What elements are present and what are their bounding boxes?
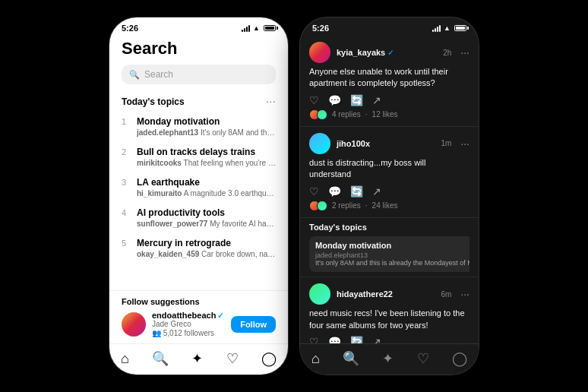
like-icon-3[interactable]: ♡ [309,336,319,343]
repost-icon-2[interactable]: 🔄 [350,185,363,198]
topic-item[interactable]: 5 Mercury in retrograde okay_kaiden_459 … [109,233,288,264]
topic-num: 4 [122,208,129,217]
status-icons-1: ▲ [242,24,276,32]
repost-icon-1[interactable]: 🔄 [350,94,363,106]
nav-compose-1[interactable]: ✦ [191,350,203,367]
comment-icon-1[interactable]: 💬 [328,94,341,106]
post-header-3: hidayathere22 6m ··· [309,283,469,305]
nav-profile-1[interactable]: ◯ [261,350,277,367]
signal-bar-2 [244,28,245,32]
topic-item[interactable]: 1 Monday motivation jaded.elephant13 It'… [109,112,288,142]
post-meta-3: hidayathere22 [337,289,435,299]
nav-profile-2[interactable]: ◯ [452,350,467,367]
mini-avatars-1 [309,109,327,120]
phone-feed: 5:26 ▲ [300,17,479,375]
section-more-icon[interactable]: ··· [266,95,276,109]
topic-desc: okay_kaiden_459 Car broke down, nail bro… [137,249,276,259]
wifi-icon-2: ▲ [444,24,450,32]
post-more-3[interactable]: ··· [460,288,469,300]
bottom-nav-1: ⌂ 🔍 ✦ ♡ ◯ [109,343,288,375]
battery-icon-1 [264,25,276,31]
signal-bar-1 [242,30,243,32]
topic-content: LA earthquake hi_kimuraito A magnitude 3… [137,177,276,198]
mini-avatars-2 [309,201,327,211]
post-stats-2: 2 replies · 24 likes [309,201,469,211]
post-time-3: 6m [441,290,451,299]
post-more-1[interactable]: ··· [460,46,469,58]
post-actions-3: ♡ 💬 🔄 ↗ [309,336,469,343]
post-avatar-1 [309,42,330,63]
post-avatar-2 [309,133,330,154]
topic-card-1[interactable]: Monday motivation jaded.elephant13 It's … [309,236,469,273]
signal-bar-2d [439,25,441,32]
topic-desc: mirikitcooks That feeling when you're ju… [137,158,276,168]
post-item-3: hidayathere22 6m ··· need music recs! I'… [300,277,479,343]
post-avatar-3 [309,283,330,305]
topic-list: 1 Monday motivation jaded.elephant13 It'… [109,112,288,290]
verified-1: ✓ [387,49,394,57]
post-actions-2: ♡ 💬 🔄 ↗ [309,185,469,198]
nav-search-2[interactable]: 🔍 [343,350,359,367]
topic-card-user-1: jaded.elephant13 [315,251,469,259]
mini-avatar-1b [317,109,327,120]
comment-icon-2[interactable]: 💬 [328,185,341,198]
feed-scroll: kyia_kayaks ✓ 2h ··· Anyone else unable … [300,36,479,343]
topic-name: Bull on tracks delays trains [137,147,276,157]
follow-label: Follow suggestions [122,297,276,306]
topic-content: Mercury in retrograde okay_kaiden_459 Ca… [137,238,276,259]
topic-name: AI productivity tools [137,207,276,218]
post-stats-1: 4 replies · 12 likes [309,109,469,120]
post-actions-1: ♡ 💬 🔄 ↗ [309,94,469,106]
topic-item[interactable]: 4 AI productivity tools sunflower_power7… [109,203,288,233]
topic-item[interactable]: 2 Bull on tracks delays trains mirikitco… [109,142,288,172]
section-title: Today's topics [122,96,185,107]
topic-num: 3 [122,178,129,187]
like-icon-2[interactable]: ♡ [309,185,319,198]
follow-card: endoatthebeach ✓ Jade Greco 👥 5,012 foll… [122,311,276,337]
topic-item[interactable]: 3 LA earthquake hi_kimuraito A magnitude… [109,172,288,203]
search-icon: 🔍 [129,70,140,80]
topic-card-name-1: Monday motivation [315,241,469,250]
dot-sep-1: · [365,110,368,119]
follow-button[interactable]: Follow [231,316,276,333]
bottom-nav-2: ⌂ 🔍 ✦ ♡ ◯ [300,343,479,375]
nav-heart-1[interactable]: ♡ [226,350,239,367]
comment-icon-3[interactable]: 💬 [328,336,341,343]
phones-container: 5:26 ▲ Search 🔍 Search [102,10,486,382]
nav-compose-2[interactable]: ✦ [382,350,394,367]
post-time-1: 2h [443,49,451,57]
signal-bars-1 [242,25,250,32]
phone1-content: Search 🔍 Search Today's topics ··· 1 Mon… [109,36,288,375]
post-time-2: 1m [441,139,451,147]
topic-content: Monday motivation jaded.elephant13 It's … [137,116,276,138]
time-2: 5:26 [312,24,329,33]
post-username-2: jiho100x [337,139,435,148]
post-meta-2: jiho100x [337,139,435,148]
share-icon-1[interactable]: ↗ [372,94,381,106]
post-more-2[interactable]: ··· [460,138,469,150]
follow-stats: 👥 5,012 followers [152,329,225,337]
wifi-icon-1: ▲ [253,24,260,32]
topic-desc: hi_kimuraito A magnitude 3.0 earthquake … [137,188,276,198]
like-icon-1[interactable]: ♡ [309,94,319,106]
nav-home-1[interactable]: ⌂ [121,351,129,367]
phone2-content: kyia_kayaks ✓ 2h ··· Anyone else unable … [300,36,479,375]
nav-heart-2[interactable]: ♡ [417,350,429,367]
signal-bar-4 [248,25,250,32]
follow-username: Jade Greco [152,320,225,328]
topic-desc: sunflower_power77 My favorite AI hack: u… [137,219,276,229]
nav-search-1[interactable]: 🔍 [152,350,169,367]
topic-num: 2 [122,147,129,156]
follow-avatar [122,312,146,337]
search-input-wrap[interactable]: 🔍 Search [122,65,276,84]
time-1: 5:26 [122,24,138,33]
repost-icon-3[interactable]: 🔄 [350,336,363,343]
topic-desc: jaded.elephant13 It's only 8AM and this … [137,128,276,138]
post-text-1: Anyone else unable to work until their a… [309,66,469,90]
section-header: Today's topics ··· [109,89,288,112]
status-bar-1: 5:26 ▲ [109,17,288,36]
share-icon-3[interactable]: ↗ [372,336,381,343]
share-icon-2[interactable]: ↗ [372,185,381,198]
nav-home-2[interactable]: ⌂ [311,351,320,367]
topic-content: AI productivity tools sunflower_power77 … [137,207,276,229]
